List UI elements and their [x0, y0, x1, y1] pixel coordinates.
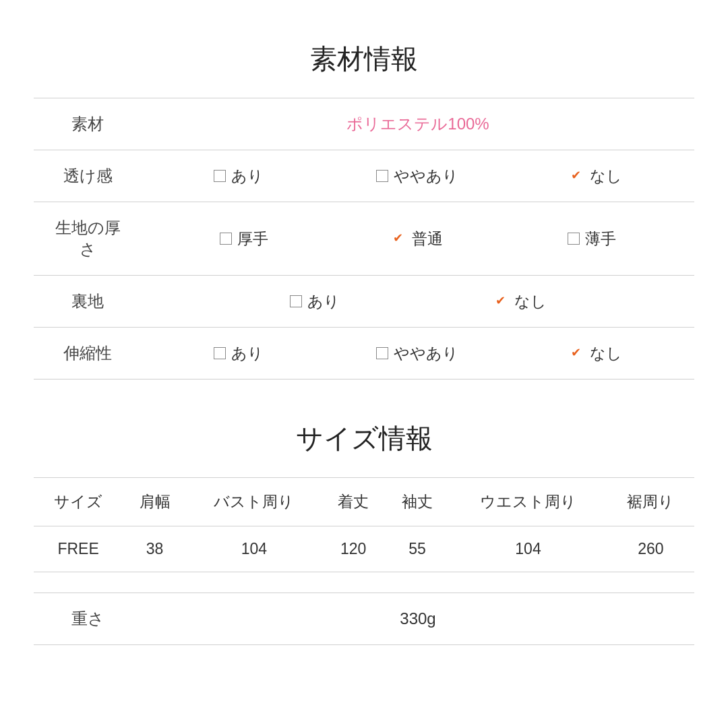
transparency-option-1: あり [214, 166, 264, 187]
checkbox-empty-icon [214, 170, 226, 182]
material-section: 素材情報 素材 ポリエステル100% 透け感 あり ややあり [34, 40, 694, 380]
size-bust: 104 [187, 526, 322, 572]
stretch-row: 伸縮性 あり ややあり なし [34, 328, 694, 380]
thickness-value: 厚手 普通 薄手 [142, 202, 694, 276]
lining-option-2: なし [495, 291, 547, 312]
lining-option-1: あり [290, 291, 340, 312]
size-table-data-row: FREE 38 104 120 55 104 260 [34, 526, 694, 572]
thickness-option-1: 厚手 [220, 229, 268, 249]
material-section-title: 素材情報 [34, 40, 694, 78]
size-table: サイズ 肩幅 バスト周り 着丈 袖丈 ウエスト周り 裾周り FREE 38 10… [34, 477, 694, 572]
transparency-row: 透け感 あり ややあり なし [34, 150, 694, 202]
weight-row: 重さ 330g [34, 593, 694, 645]
stretch-option-3: なし [571, 343, 622, 364]
thickness-row: 生地の厚さ 厚手 普通 薄手 [34, 202, 694, 276]
transparency-checkbox-group: あり ややあり なし [158, 166, 678, 187]
thickness-option-3: 薄手 [568, 229, 616, 249]
checkbox-empty-icon [376, 170, 388, 182]
col-length: 着丈 [322, 478, 386, 526]
checkbox-empty-icon [290, 295, 302, 307]
stretch-value: あり ややあり なし [142, 328, 694, 380]
size-sleeve: 55 [386, 526, 450, 572]
checkbox-checked-icon [393, 232, 406, 245]
weight-table: 重さ 330g [34, 593, 694, 645]
material-value: ポリエステル100% [142, 98, 694, 150]
thickness-label: 生地の厚さ [34, 202, 142, 276]
lining-row: 裏地 あり なし [34, 276, 694, 328]
col-hem: 裾周り [607, 478, 694, 526]
size-table-header-row: サイズ 肩幅 バスト周り 着丈 袖丈 ウエスト周り 裾周り [34, 478, 694, 526]
stretch-label: 伸縮性 [34, 328, 142, 380]
size-shoulder: 38 [123, 526, 187, 572]
size-length: 120 [322, 526, 386, 572]
size-section-title: サイズ情報 [34, 420, 694, 457]
lining-checkbox-group: あり なし [158, 291, 678, 312]
transparency-option-2: ややあり [376, 166, 458, 187]
checkbox-empty-icon [376, 347, 388, 359]
col-bust: バスト周り [187, 478, 322, 526]
col-size: サイズ [34, 478, 123, 526]
checkbox-empty-icon [214, 347, 226, 359]
size-waist: 104 [449, 526, 607, 572]
size-hem: 260 [607, 526, 694, 572]
weight-value: 330g [142, 593, 694, 645]
size-free: FREE [34, 526, 123, 572]
thickness-checkbox-group: 厚手 普通 薄手 [158, 229, 678, 249]
lining-label: 裏地 [34, 276, 142, 328]
lining-value: あり なし [142, 276, 694, 328]
checkbox-checked-icon [495, 295, 509, 308]
checkbox-checked-icon [571, 169, 584, 183]
checkbox-empty-icon [568, 233, 580, 245]
material-row: 素材 ポリエステル100% [34, 98, 694, 150]
stretch-option-2: ややあり [376, 343, 458, 364]
checkbox-empty-icon [220, 233, 232, 245]
stretch-checkbox-group: あり ややあり なし [158, 343, 678, 364]
col-waist: ウエスト周り [449, 478, 607, 526]
material-label: 素材 [34, 98, 142, 150]
size-section: サイズ情報 サイズ 肩幅 バスト周り 着丈 袖丈 ウエスト周り 裾周り FREE… [34, 420, 694, 645]
transparency-value: あり ややあり なし [142, 150, 694, 202]
material-table: 素材 ポリエステル100% 透け感 あり ややあり [34, 98, 694, 380]
weight-label: 重さ [34, 593, 142, 645]
col-shoulder: 肩幅 [123, 478, 187, 526]
transparency-option-3: なし [571, 166, 622, 187]
thickness-option-2: 普通 [393, 229, 443, 249]
checkbox-checked-icon [571, 346, 584, 360]
col-sleeve: 袖丈 [386, 478, 450, 526]
stretch-option-1: あり [214, 343, 264, 364]
transparency-label: 透け感 [34, 150, 142, 202]
